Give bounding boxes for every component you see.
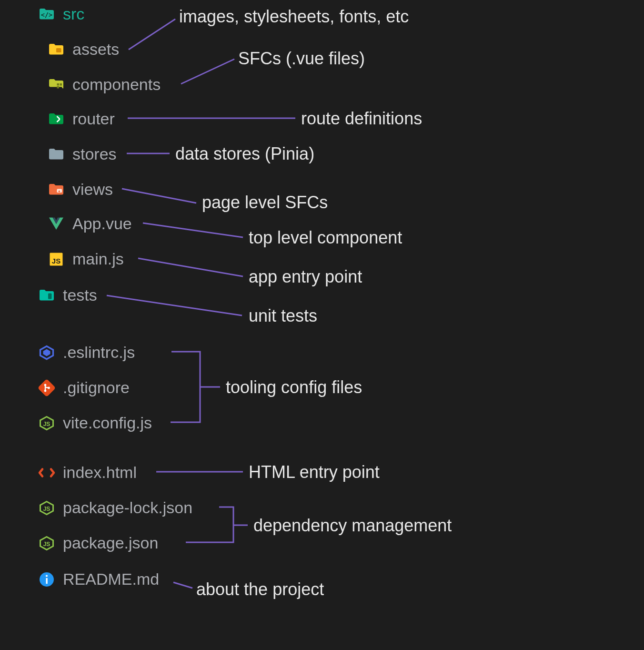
html-icon <box>38 464 55 481</box>
tree-item-components[interactable]: components <box>48 75 161 94</box>
svg-line-0 <box>129 19 175 50</box>
annotation-stores: data stores (Pinia) <box>175 144 314 164</box>
eslint-icon <box>38 344 55 361</box>
annotation-views: page level SFCs <box>202 193 328 213</box>
folder-views-icon: ◆ <box>48 181 65 198</box>
svg-line-9 <box>173 582 192 588</box>
tree-item-stores[interactable]: stores <box>48 145 117 163</box>
node-icon: JS <box>38 415 55 432</box>
tree-item-views[interactable]: ◆ views <box>48 180 113 199</box>
tree-item-label: assets <box>72 40 119 59</box>
tree-item-label: .eslintrc.js <box>63 343 135 362</box>
annotation-dependency: dependency management <box>253 516 452 536</box>
tree-item-pkglock[interactable]: JS package-lock.json <box>38 498 192 517</box>
annotation-router: route definitions <box>301 109 422 129</box>
svg-rect-13 <box>60 83 62 86</box>
svg-rect-11 <box>56 48 61 52</box>
svg-rect-35 <box>46 578 48 584</box>
svg-point-36 <box>46 575 48 577</box>
svg-text:◆: ◆ <box>58 189 60 192</box>
folder-tests-icon <box>38 287 55 304</box>
tree-item-label: index.html <box>63 463 137 482</box>
svg-text:JS: JS <box>43 506 50 512</box>
tree-item-gitignore[interactable]: .gitignore <box>38 378 130 397</box>
tree-item-readme[interactable]: README.md <box>38 570 159 589</box>
tree-item-label: router <box>72 110 115 128</box>
tree-item-label: components <box>72 75 161 94</box>
annotation-indexhtml: HTML entry point <box>249 462 380 482</box>
tree-item-label: .gitignore <box>63 378 130 397</box>
vue-file-icon <box>48 215 65 233</box>
folder-assets-icon <box>48 41 65 58</box>
annotation-components: SFCs (.vue files) <box>238 49 365 69</box>
svg-rect-14 <box>57 86 60 89</box>
info-icon <box>38 571 55 588</box>
svg-line-1 <box>181 59 234 84</box>
tree-item-label: package.json <box>63 534 158 552</box>
annotation-tooling: tooling config files <box>226 377 362 397</box>
annotation-readme: about the project <box>196 579 324 599</box>
js-file-icon: JS <box>48 251 65 268</box>
folder-stores-icon <box>48 146 65 163</box>
tree-item-label: tests <box>63 286 97 305</box>
tree-item-label: stores <box>72 145 117 163</box>
folder-router-icon <box>48 111 65 128</box>
connectors <box>0 0 644 650</box>
svg-text:JS: JS <box>43 421 50 427</box>
tree-item-label: main.js <box>72 250 124 268</box>
tree-item-label: views <box>72 180 113 199</box>
svg-line-6 <box>138 258 243 276</box>
svg-line-7 <box>107 295 242 315</box>
tree-item-src[interactable]: </> src <box>38 5 84 23</box>
svg-line-27 <box>45 387 49 388</box>
git-icon <box>38 379 55 396</box>
svg-line-4 <box>122 189 196 203</box>
tree-item-label: App.vue <box>72 214 132 233</box>
tree-item-label: src <box>63 5 84 23</box>
tree-item-app-vue[interactable]: App.vue <box>48 214 132 233</box>
tree-item-tests[interactable]: tests <box>38 286 97 305</box>
annotation-mainjs: app entry point <box>249 267 362 287</box>
svg-text:</>: </> <box>41 11 52 19</box>
annotation-tests: unit tests <box>249 306 317 326</box>
node-icon: JS <box>38 535 55 552</box>
annotation-assets: images, stylesheets, fonts, etc <box>179 7 409 27</box>
tree-item-main-js[interactable]: JS main.js <box>48 250 124 268</box>
tree-item-eslintrc[interactable]: .eslintrc.js <box>38 343 135 362</box>
folder-components-icon <box>48 76 65 93</box>
svg-text:JS: JS <box>52 257 60 265</box>
tree-item-assets[interactable]: assets <box>48 40 119 59</box>
svg-rect-12 <box>57 83 60 86</box>
folder-src-icon: </> <box>38 6 55 23</box>
svg-text:JS: JS <box>43 541 50 548</box>
tree-item-viteconfig[interactable]: JS vite.config.js <box>38 414 152 432</box>
tree-item-label: vite.config.js <box>63 414 152 432</box>
tree-item-pkgjson[interactable]: JS package.json <box>38 534 158 552</box>
node-icon: JS <box>38 499 55 517</box>
tree-item-indexhtml[interactable]: index.html <box>38 463 137 482</box>
svg-rect-19 <box>48 293 52 299</box>
tree-item-label: README.md <box>63 570 159 589</box>
annotation-appvue: top level component <box>249 228 402 248</box>
tree-item-label: package-lock.json <box>63 498 192 517</box>
tree-item-router[interactable]: router <box>48 110 115 128</box>
svg-marker-21 <box>43 349 50 356</box>
svg-line-5 <box>143 223 243 237</box>
